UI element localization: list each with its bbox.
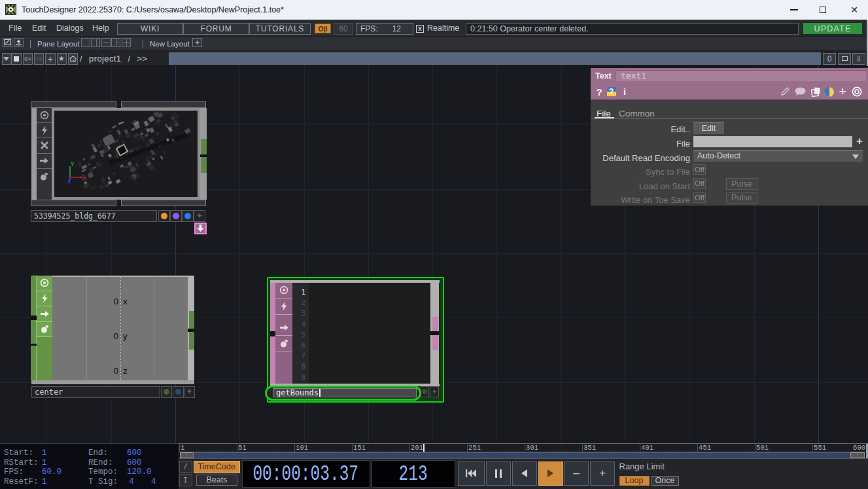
rend-value[interactable]: 600 [127, 458, 142, 467]
play-button[interactable] [538, 462, 563, 486]
pause-button[interactable] [486, 462, 511, 486]
file-field[interactable] [693, 136, 852, 147]
menu-dialogs[interactable]: Dialogs [56, 20, 84, 37]
help-button[interactable]: ? [594, 84, 604, 100]
end-value[interactable]: 600 [127, 448, 142, 458]
layout-single-button[interactable] [81, 38, 90, 47]
render-flag-icon[interactable] [37, 123, 52, 138]
stop-button[interactable] [11, 53, 22, 65]
bookmark-button[interactable]: ★ [57, 53, 67, 65]
viewer-flag-icon[interactable] [37, 276, 52, 291]
queue-count-box[interactable]: 0 [823, 53, 836, 65]
layout-split-horizontal-button[interactable] [101, 38, 111, 47]
scroll-handle-left[interactable]: . . . [180, 452, 194, 458]
chop-node-viewer[interactable]: 0x0y0z [52, 276, 188, 380]
menu-help[interactable]: Help [92, 20, 109, 37]
resetf-value[interactable]: 1 [42, 477, 47, 486]
timecode-ibeam-toggle[interactable]: I [179, 474, 192, 486]
geo-output-connector[interactable] [201, 139, 207, 155]
geo-top-connector-bar[interactable] [121, 101, 206, 108]
geo-node-viewer[interactable]: yxz [54, 111, 198, 198]
load-toggle[interactable]: Off [693, 178, 706, 189]
timecode-slash-toggle[interactable]: / [179, 461, 192, 473]
chop-output-connector[interactable] [189, 332, 195, 350]
geo-node-name[interactable]: 53394525_bldg_6677 [31, 210, 157, 222]
viewer-mode-button[interactable] [838, 53, 851, 65]
fps-display[interactable]: FPS: 12 [356, 23, 413, 35]
write-toggle[interactable]: Off [693, 192, 706, 204]
render-flag-icon[interactable] [275, 299, 292, 315]
loop-button[interactable]: Loop [619, 476, 650, 486]
geo-top-connector-bar[interactable] [31, 101, 116, 108]
midi-oi-indicator[interactable]: O|I [315, 24, 331, 33]
beats-mode-button[interactable]: Beats [196, 475, 237, 486]
export-flag-icon[interactable] [275, 320, 292, 336]
pickable-flag-icon[interactable] [37, 169, 52, 184]
geo-output-connector[interactable] [201, 157, 207, 173]
maximize-button[interactable] [812, 0, 834, 20]
collapse-button[interactable]: ⇩ [852, 53, 865, 65]
scroll-handle-right[interactable]: . . . [850, 452, 865, 458]
home-button[interactable] [68, 53, 78, 65]
tsig-value2[interactable]: 4 [151, 477, 156, 486]
timeline-ruler[interactable]: 151101151201251301351401451501551600 [179, 443, 868, 452]
chop-input-connector[interactable] [31, 344, 37, 346]
pickable-flag-icon[interactable] [275, 336, 292, 352]
export-flag-icon[interactable] [37, 154, 52, 169]
load-pulse-button[interactable]: Pulse [726, 178, 757, 190]
geo-color-dot-orange[interactable] [158, 210, 170, 222]
geo-left-edge[interactable] [31, 108, 37, 200]
tutorials-button[interactable]: TUTORIALS [249, 23, 311, 35]
playhead[interactable] [423, 444, 425, 452]
back-button[interactable]: ⇦ [23, 53, 33, 65]
geo-add-comment-button[interactable]: ✦ [194, 210, 205, 222]
start-value[interactable]: 1 [42, 448, 47, 458]
network-editor-canvas[interactable]: yxz 53394525_bldg_6677 ✦ [0, 66, 868, 443]
operator-name-field[interactable]: text1 [615, 70, 866, 81]
forum-button[interactable]: FORUM [183, 23, 249, 35]
menu-file[interactable]: File [9, 20, 22, 37]
chop-node-name[interactable]: center [31, 386, 160, 398]
timecode-mode-button[interactable]: TimeCode [194, 461, 240, 473]
menu-edit[interactable]: Edit [32, 20, 46, 37]
comment-bubble-icon[interactable] [793, 84, 807, 100]
dat-output-connector[interactable] [432, 335, 439, 350]
rstart-value[interactable]: 1 [42, 458, 47, 467]
dat-output-connector[interactable] [432, 317, 439, 331]
fps-value[interactable]: 60.0 [42, 467, 61, 477]
geo-bottom-connector-bar[interactable] [121, 200, 206, 206]
file-plus-button[interactable]: + [853, 136, 866, 147]
write-pulse-button[interactable]: Pulse [726, 192, 757, 204]
bypass-flag-icon[interactable] [37, 138, 52, 153]
sync-toggle[interactable]: Off [693, 164, 706, 175]
layout-split-vertical-button[interactable] [91, 38, 100, 47]
float-pane-button[interactable] [14, 38, 24, 47]
add-parameter-icon[interactable]: + [836, 84, 849, 100]
once-button[interactable]: Once [651, 476, 679, 486]
wiki-button[interactable]: WIKI [117, 23, 183, 35]
export-flag-icon[interactable] [37, 306, 52, 322]
add-layout-button[interactable]: + [192, 38, 202, 47]
geo-color-dot-blue[interactable] [182, 210, 194, 222]
status-message[interactable]: 0:21:50 Operator center deleted. [466, 23, 799, 35]
geo-bottom-connector-bar[interactable] [31, 200, 116, 206]
python-expressions-icon[interactable] [823, 84, 835, 100]
jump-to-start-button[interactable] [458, 462, 485, 486]
layout-grid-button[interactable] [122, 38, 131, 47]
dat-name-input[interactable]: getBounds [273, 388, 417, 398]
maximize-pane-button[interactable] [3, 38, 12, 47]
edit-button[interactable]: Edit [693, 122, 724, 134]
edit-comment-icon[interactable] [779, 84, 791, 100]
target-fps-box[interactable]: 60 [334, 23, 353, 35]
geo-expose-button[interactable] [194, 223, 207, 234]
step-back-button[interactable] [512, 462, 537, 486]
chop-color-dot-green[interactable] [161, 386, 172, 398]
dat-input-connector[interactable] [270, 331, 275, 336]
chop-add-comment-button[interactable]: ✦ [184, 386, 195, 398]
geo-color-dot-purple[interactable] [170, 210, 182, 222]
viewer-flag-icon[interactable] [275, 283, 292, 299]
viewer-flag-icon[interactable] [37, 108, 52, 123]
forward-button[interactable]: ⇨ [34, 53, 44, 65]
tsig-value1[interactable]: 4 [129, 477, 134, 486]
chop-color-dot-blue[interactable] [173, 386, 184, 398]
